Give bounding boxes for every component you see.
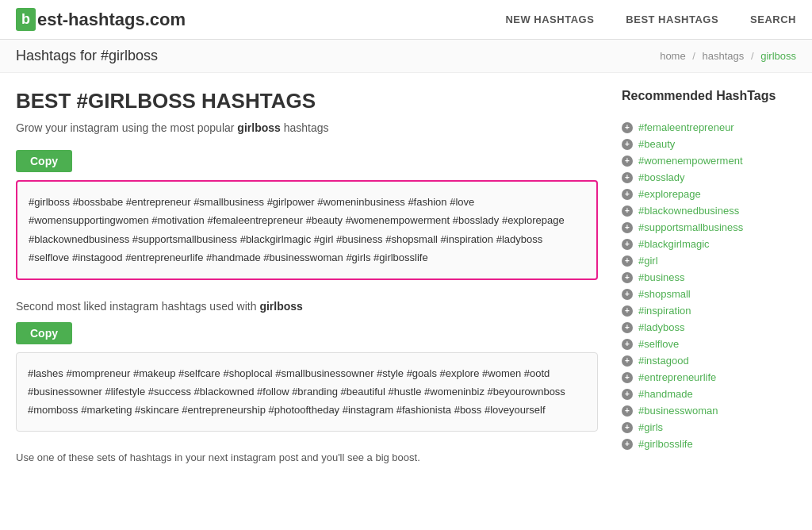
nav-best-hashtags[interactable]: BEST HASHTAGS bbox=[626, 13, 718, 25]
sidebar-item-label: #blackownedbusiness bbox=[638, 205, 739, 217]
hashtag-box-2: #lashes #mompreneur #makeup #selfcare #s… bbox=[16, 352, 598, 432]
logo-text: est-hashtags.com bbox=[37, 10, 186, 30]
sidebar-item-label: #business bbox=[638, 271, 685, 283]
plus-icon bbox=[622, 372, 633, 383]
sidebar-item-label: #businesswoman bbox=[638, 405, 718, 417]
sidebar-item-label: #girlbosslife bbox=[638, 438, 693, 450]
breadcrumb-current: girlboss bbox=[760, 50, 796, 62]
sidebar-item-label: #beauty bbox=[638, 138, 675, 150]
sidebar-item[interactable]: #femaleentrepreneur bbox=[622, 119, 796, 136]
sidebar-item-label: #ladyboss bbox=[638, 321, 685, 333]
sidebar-item-label: #selflove bbox=[638, 338, 679, 350]
logo-icon: b bbox=[16, 8, 36, 31]
sidebar-item[interactable]: #womenempowerment bbox=[622, 152, 796, 169]
breadcrumb-hashtags[interactable]: hashtags bbox=[703, 50, 745, 62]
sidebar-item[interactable]: #blackownedbusiness bbox=[622, 202, 796, 219]
copy-button-1[interactable]: Copy bbox=[16, 150, 72, 172]
sidebar-item[interactable]: #girl bbox=[622, 252, 796, 269]
sidebar-item-label: #femaleentrepreneur bbox=[638, 121, 734, 133]
sidebar-item-label: #explorepage bbox=[638, 188, 701, 200]
sidebar-item-label: #supportsmallbusiness bbox=[638, 221, 743, 233]
plus-icon bbox=[622, 172, 633, 183]
sidebar-item-label: #girls bbox=[638, 421, 663, 433]
sidebar-item-label: #blackgirlmagic bbox=[638, 238, 710, 250]
sidebar: Recommended HashTags #femaleentrepreneur… bbox=[622, 89, 796, 463]
main-layout: BEST #GIRLBOSS HASHTAGS Grow your instag… bbox=[0, 73, 812, 479]
sidebar-item[interactable]: #supportsmallbusiness bbox=[622, 219, 796, 236]
plus-icon bbox=[622, 239, 633, 250]
subtitle-keyword: girlboss bbox=[237, 121, 280, 134]
sidebar-item[interactable]: #bosslady bbox=[622, 169, 796, 186]
logo: b est-hashtags.com bbox=[16, 8, 186, 31]
content-area: BEST #GIRLBOSS HASHTAGS Grow your instag… bbox=[16, 89, 598, 463]
breadcrumb-home[interactable]: home bbox=[660, 50, 686, 62]
breadcrumb: home / hashtags / girlboss bbox=[660, 50, 796, 62]
sidebar-item[interactable]: #shopsmall bbox=[622, 286, 796, 302]
section2-label: Second most liked instagram hashtags use… bbox=[16, 300, 598, 313]
subtitle: Grow your instagram using the most popul… bbox=[16, 121, 598, 134]
sidebar-item[interactable]: #handmade bbox=[622, 386, 796, 402]
header: b est-hashtags.com NEW HASHTAGS BEST HAS… bbox=[0, 0, 812, 40]
plus-icon bbox=[622, 439, 633, 450]
sidebar-items-list: #femaleentrepreneur#beauty#womenempowerm… bbox=[622, 119, 796, 452]
breadcrumb-sep-1: / bbox=[692, 50, 695, 62]
sidebar-item[interactable]: #beauty bbox=[622, 136, 796, 152]
main-heading: BEST #GIRLBOSS HASHTAGS bbox=[16, 89, 598, 113]
plus-icon bbox=[622, 205, 633, 217]
plus-icon bbox=[622, 339, 633, 350]
plus-icon bbox=[622, 255, 633, 267]
sidebar-item-label: #instagood bbox=[638, 355, 689, 367]
subtitle-prefix: Grow your instagram using the most popul… bbox=[16, 121, 237, 134]
sidebar-item[interactable]: #girls bbox=[622, 419, 796, 436]
sidebar-item[interactable]: #explorepage bbox=[622, 186, 796, 202]
sidebar-item[interactable]: #inspiration bbox=[622, 302, 796, 319]
sidebar-item-label: #bosslady bbox=[638, 171, 685, 183]
plus-icon bbox=[622, 122, 633, 133]
sidebar-item-label: #girl bbox=[638, 255, 658, 267]
sidebar-item[interactable]: #selflove bbox=[622, 336, 796, 352]
sidebar-item-label: #shopsmall bbox=[638, 288, 691, 300]
sidebar-item[interactable]: #entrepreneurlife bbox=[622, 369, 796, 386]
sidebar-item[interactable]: #blackgirlmagic bbox=[622, 236, 796, 252]
page-title: Hashtags for #girlboss bbox=[16, 48, 158, 64]
plus-icon bbox=[622, 272, 633, 283]
plus-icon bbox=[622, 139, 633, 150]
sidebar-item-label: #womenempowerment bbox=[638, 155, 743, 167]
sidebar-heading: Recommended HashTags bbox=[622, 89, 796, 108]
plus-icon bbox=[622, 156, 633, 167]
section2-keyword: girlboss bbox=[259, 300, 302, 313]
section2-prefix: Second most liked instagram hashtags use… bbox=[16, 300, 259, 313]
sidebar-item[interactable]: #business bbox=[622, 269, 796, 286]
sidebar-item[interactable]: #instagood bbox=[622, 352, 796, 369]
breadcrumb-bar: Hashtags for #girlboss home / hashtags /… bbox=[0, 40, 812, 73]
nav-search[interactable]: SEARCH bbox=[750, 13, 796, 25]
sidebar-item[interactable]: #ladyboss bbox=[622, 319, 796, 336]
plus-icon bbox=[622, 422, 633, 433]
breadcrumb-sep-2: / bbox=[751, 50, 754, 62]
plus-icon bbox=[622, 355, 633, 367]
sidebar-item-label: #inspiration bbox=[638, 305, 691, 317]
plus-icon bbox=[622, 289, 633, 300]
plus-icon bbox=[622, 189, 633, 200]
sidebar-item[interactable]: #businesswoman bbox=[622, 402, 796, 419]
main-nav: NEW HASHTAGS BEST HASHTAGS SEARCH bbox=[505, 13, 796, 25]
subtitle-suffix: hashtags bbox=[281, 121, 329, 134]
sidebar-item-label: #entrepreneurlife bbox=[638, 371, 716, 383]
plus-icon bbox=[622, 222, 633, 233]
plus-icon bbox=[622, 322, 633, 333]
hashtag-box-1: #girlboss #bossbabe #entrepreneur #small… bbox=[16, 180, 598, 280]
plus-icon bbox=[622, 305, 633, 317]
sidebar-item[interactable]: #girlbosslife bbox=[622, 436, 796, 452]
plus-icon bbox=[622, 389, 633, 400]
footer-note: Use one of these sets of hashtags in you… bbox=[16, 451, 598, 463]
plus-icon bbox=[622, 405, 633, 417]
sidebar-item-label: #handmade bbox=[638, 388, 693, 400]
nav-new-hashtags[interactable]: NEW HASHTAGS bbox=[505, 13, 594, 25]
copy-button-2[interactable]: Copy bbox=[16, 322, 72, 344]
